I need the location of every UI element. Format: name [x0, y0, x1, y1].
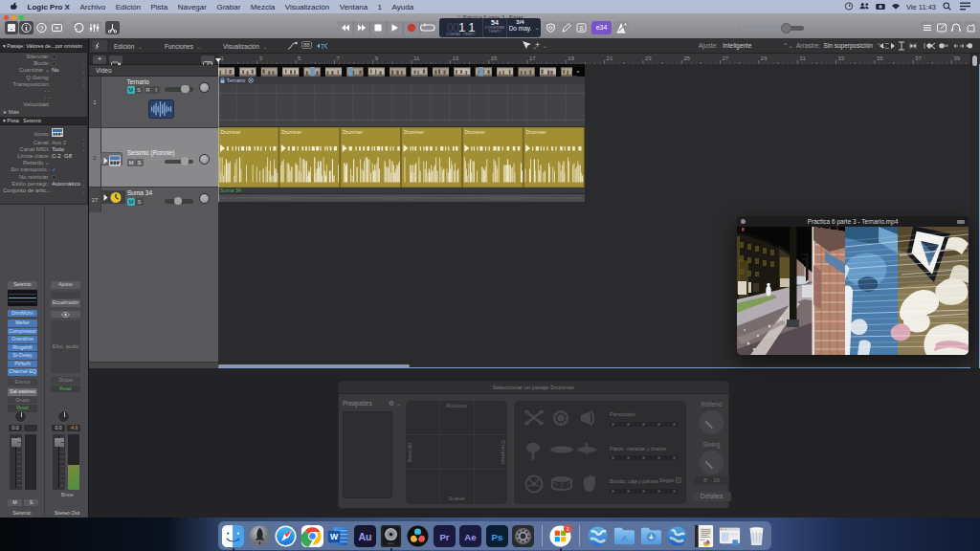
svg-text:37: 37	[915, 55, 922, 61]
svg-text:?: ?	[40, 25, 44, 32]
svg-text:Drummer: Drummer	[526, 129, 546, 135]
svg-text:Pr: Pr	[439, 531, 449, 541]
svg-text:Au: Au	[358, 531, 371, 542]
svg-text:Ae: Ae	[464, 531, 477, 541]
svg-text:A: A	[621, 532, 628, 542]
svg-text:23: 23	[645, 55, 652, 61]
svg-text:1: 1	[567, 525, 570, 532]
svg-text:Drummer: Drummer	[221, 129, 241, 135]
svg-text:W: W	[330, 532, 339, 541]
svg-text:3: 3	[259, 55, 263, 61]
svg-text:33: 33	[838, 55, 845, 61]
svg-text:Ps: Ps	[491, 531, 502, 541]
svg-text:1: 1	[221, 55, 225, 61]
svg-text:15: 15	[491, 55, 498, 61]
svg-text:=: =	[577, 69, 580, 75]
svg-text:17: 17	[529, 55, 536, 61]
svg-text:Drummer: Drummer	[404, 129, 424, 135]
svg-text:39: 39	[953, 55, 960, 61]
svg-text:Drummer: Drummer	[343, 129, 363, 135]
svg-text:13: 13	[452, 55, 458, 61]
svg-text:25: 25	[683, 55, 690, 61]
svg-text:S: S	[579, 25, 584, 32]
svg-text:19: 19	[568, 55, 574, 61]
svg-text:27: 27	[723, 55, 729, 61]
svg-text:35: 35	[877, 55, 883, 61]
svg-text:29: 29	[761, 55, 768, 61]
svg-text:9: 9	[375, 55, 379, 61]
svg-text:21: 21	[607, 55, 613, 61]
svg-text:5: 5	[298, 55, 301, 61]
svg-text:Drummer: Drummer	[465, 129, 485, 135]
svg-text:7: 7	[336, 55, 340, 61]
svg-text:11: 11	[413, 55, 420, 61]
svg-text:Drummer: Drummer	[281, 129, 301, 135]
svg-text:31: 31	[799, 55, 806, 61]
